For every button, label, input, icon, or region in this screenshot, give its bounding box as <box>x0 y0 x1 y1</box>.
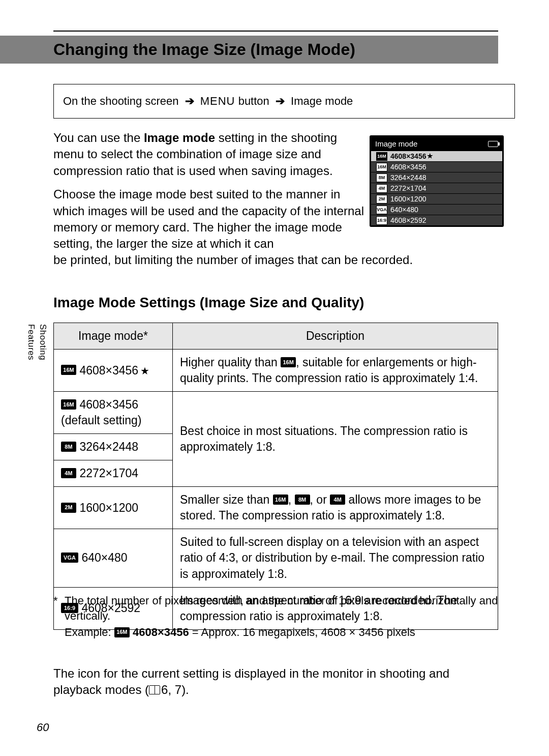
image-mode-table: Image mode* Description 16M 4608×3456★ H… <box>53 323 498 630</box>
menu-button-label: MENU <box>200 95 235 107</box>
table-row-desc: Best choice in most situations. The comp… <box>173 392 498 487</box>
mode-label: 2272×1704 <box>76 467 138 480</box>
footnote-ex-bold: 4608×3456 <box>130 626 189 638</box>
camera-menu-title: Image mode <box>375 139 417 149</box>
side-tab: Shooting Features <box>25 324 48 360</box>
table-row-mode: 16M 4608×3456 (default setting) <box>54 392 173 434</box>
camera-menu-item-label: 640×480 <box>390 205 418 215</box>
mode-icon-8m: 8M <box>295 495 310 505</box>
mode-icon-4m: 4M <box>61 468 76 478</box>
camera-menu-item: 8M3264×2448 <box>371 172 502 183</box>
camera-menu-item-label: 4608×2592 <box>390 216 426 225</box>
camera-menu-item-label: 1600×1200 <box>390 194 426 204</box>
mode-icon-4m: 4M <box>330 495 345 505</box>
camera-menu-item: 16:94608×2592 <box>371 215 502 225</box>
camera-menu-item-label: 2272×1704 <box>390 184 426 193</box>
table-row-mode: 2M 1600×1200 <box>54 487 173 529</box>
book-icon <box>149 685 160 694</box>
intro-p1a: You can use the <box>53 131 144 144</box>
mode-icon-vga: VGA <box>61 553 78 563</box>
table-row-mode: 8M 3264×2448 <box>54 434 173 460</box>
page-number: 60 <box>37 720 49 735</box>
closing-text: The icon for the current setting is disp… <box>53 665 498 699</box>
title-bar: Changing the Image Size (Image Mode) <box>0 36 498 64</box>
intro-text: You can use the Image mode setting in th… <box>53 130 366 259</box>
mode-label: 4608×3456 <box>76 364 138 377</box>
mode-label: 4608×3456 <box>76 398 138 411</box>
mode-icon-16m-star: 16M <box>61 365 76 375</box>
intro-p2b: be printed, but limiting the number of i… <box>53 253 413 267</box>
intro-p1b: Image mode <box>144 131 215 144</box>
desc-text: Higher quality than <box>180 356 281 369</box>
footnote-ex-rest: = Approx. 16 megapixels, 4608 × 3456 pix… <box>189 626 415 638</box>
camera-menu-mock: Image mode 16M4608×3456★16M4608×34568M32… <box>370 135 504 227</box>
mode-label: 640×480 <box>78 551 128 564</box>
star-icon: ★ <box>427 152 433 161</box>
camera-menu-item-icon: 2M <box>376 195 387 203</box>
footnote-text: The total number of pixels recorded, and… <box>65 593 498 623</box>
mode-icon-16m: 16M <box>61 399 76 410</box>
mode-icon-2m: 2M <box>61 503 76 513</box>
intro-wide: be printed, but limiting the number of i… <box>53 252 498 268</box>
page-title: Changing the Image Size (Image Mode) <box>53 39 355 61</box>
camera-menu-item: VGA640×480 <box>371 205 502 215</box>
camera-menu-item-label: 4608×3456 <box>390 162 426 172</box>
footnote: * The total number of pixels recorded, a… <box>53 593 498 640</box>
camera-menu-title-bar: Image mode <box>371 137 502 151</box>
camera-menu-item: 16M4608×3456 <box>371 162 502 172</box>
mode-icon-16m: 16M <box>114 627 130 637</box>
table-row-mode: VGA 640×480 <box>54 529 173 587</box>
mode-label: 1600×1200 <box>76 501 138 514</box>
mode-icon-8m: 8M <box>61 442 76 452</box>
table-row-desc: Higher quality than 16M, suitable for en… <box>173 350 498 392</box>
battery-icon <box>488 141 498 147</box>
crumb-part2: button <box>238 95 269 107</box>
mode-icon-16m: 16M <box>281 357 296 367</box>
closing-a: The icon for the current setting is disp… <box>53 666 449 696</box>
top-rule <box>53 31 498 32</box>
closing-b: 6, 7). <box>161 683 189 696</box>
footnote-ex: Example: <box>65 626 114 638</box>
mode-sub: (default setting) <box>61 414 142 427</box>
camera-menu-item-icon: 16M <box>376 163 387 171</box>
desc-text: , or <box>310 493 330 506</box>
camera-menu-item-label: 3264×2448 <box>390 173 426 183</box>
camera-menu-list: 16M4608×3456★16M4608×34568M3264×24484M22… <box>371 151 502 225</box>
camera-menu-item-icon: VGA <box>376 206 387 214</box>
desc-text: Smaller size than <box>180 493 273 506</box>
crumb-part3: Image mode <box>291 95 353 107</box>
camera-menu-item-label: 4608×3456 <box>390 152 426 161</box>
camera-menu-item-icon: 16M <box>376 152 387 161</box>
crumb-part1: On the shooting screen <box>63 95 178 107</box>
mode-label: 3264×2448 <box>76 440 138 453</box>
section-heading: Image Mode Settings (Image Size and Qual… <box>53 293 364 312</box>
th-description: Description <box>173 323 498 350</box>
star-icon: ★ <box>140 365 149 376</box>
breadcrumb: On the shooting screen ➔ MENU button ➔ I… <box>53 84 515 119</box>
camera-menu-item: 2M1600×1200 <box>371 194 502 205</box>
camera-menu-item-icon: 4M <box>376 184 387 193</box>
table-row-mode: 16M 4608×3456★ <box>54 350 173 392</box>
table-row-mode: 4M 2272×1704 <box>54 460 173 487</box>
camera-menu-item: 4M2272×1704 <box>371 183 502 194</box>
camera-menu-item-icon: 16:9 <box>376 216 387 225</box>
th-image-mode: Image mode* <box>54 323 173 350</box>
arrow-icon: ➔ <box>185 95 194 107</box>
mode-icon-16m: 16M <box>273 495 288 505</box>
camera-menu-item: 16M4608×3456★ <box>371 151 502 162</box>
table-row-desc: Suited to full-screen display on a telev… <box>173 529 498 587</box>
arrow-icon: ➔ <box>276 95 285 107</box>
table-row-desc: Smaller size than 16M, 8M, or 4M allows … <box>173 487 498 529</box>
intro-p2a: Choose the image mode best suited to the… <box>53 186 366 252</box>
asterisk: * <box>53 593 65 623</box>
desc-text: , <box>288 493 295 506</box>
camera-menu-item-icon: 8M <box>376 173 387 182</box>
